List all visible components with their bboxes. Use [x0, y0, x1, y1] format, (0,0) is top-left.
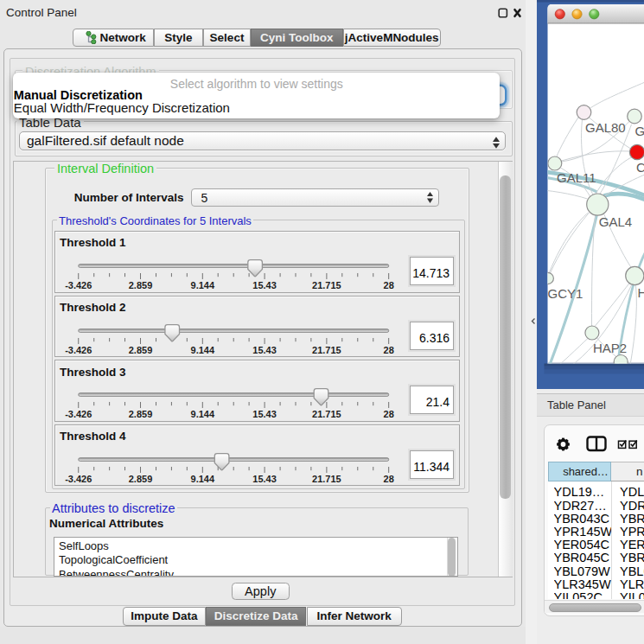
- svg-text:21.715: 21.715: [312, 280, 341, 290]
- svg-text:C: C: [636, 160, 644, 175]
- svg-text:21.715: 21.715: [312, 410, 341, 420]
- svg-text:-3.426: -3.426: [65, 280, 92, 290]
- svg-text:15.43: 15.43: [252, 410, 277, 420]
- svg-text:15.43: 15.43: [252, 474, 277, 484]
- svg-text:2.859: 2.859: [129, 280, 153, 290]
- svg-text:2.859: 2.859: [129, 345, 153, 355]
- svg-text:HAP2: HAP2: [593, 341, 627, 355]
- svg-text:-3.426: -3.426: [65, 474, 92, 484]
- svg-text:15.43: 15.43: [252, 280, 277, 290]
- svg-text:9.144: 9.144: [191, 410, 215, 420]
- svg-text:-3.426: -3.426: [65, 410, 92, 420]
- svg-text:21.715: 21.715: [312, 345, 341, 355]
- svg-text:GAL4: GAL4: [598, 214, 631, 229]
- svg-text:G.: G.: [634, 124, 644, 138]
- svg-text:9.144: 9.144: [191, 474, 215, 484]
- svg-text:GAL80: GAL80: [585, 120, 626, 135]
- svg-text:H: H: [637, 285, 644, 300]
- svg-text:GAL11: GAL11: [557, 170, 596, 185]
- svg-text:-3.426: -3.426: [65, 345, 92, 355]
- svg-text:28: 28: [384, 474, 394, 484]
- svg-text:GCY1: GCY1: [547, 286, 583, 301]
- svg-text:28: 28: [384, 280, 394, 290]
- svg-text:2.859: 2.859: [129, 474, 153, 484]
- svg-text:21.715: 21.715: [312, 474, 341, 484]
- svg-text:15.43: 15.43: [252, 345, 277, 355]
- svg-text:28: 28: [384, 410, 394, 420]
- svg-text:9.144: 9.144: [191, 345, 215, 355]
- svg-text:28: 28: [384, 345, 394, 355]
- svg-text:9.144: 9.144: [191, 280, 215, 290]
- svg-text:2.859: 2.859: [129, 410, 153, 420]
